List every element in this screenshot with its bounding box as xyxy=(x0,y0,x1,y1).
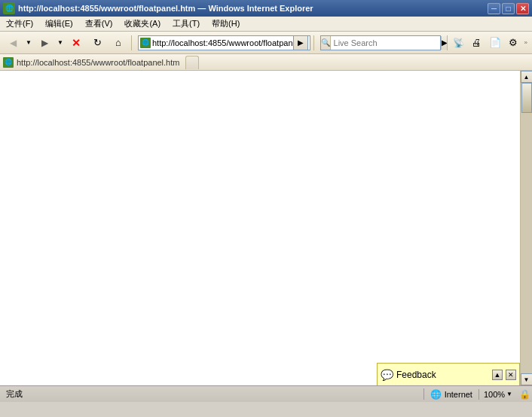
address-favicon: 🌐 xyxy=(140,38,151,48)
menu-file[interactable]: 文件(F) xyxy=(0,17,39,31)
menu-help[interactable]: 帮助(H) xyxy=(206,17,246,31)
window-title: http://localhost:4855/wwwroot/floatpanel… xyxy=(18,4,313,13)
zoom-dropdown-arrow[interactable]: ▼ xyxy=(506,391,512,397)
links-bar: 🌐 http://localhost:4855/wwwroot/floatpan… xyxy=(0,54,532,71)
print-button[interactable]: 🖨 xyxy=(469,35,485,51)
status-zoom[interactable]: 100% ▼ xyxy=(479,390,517,399)
scroll-track xyxy=(521,83,532,373)
address-input[interactable] xyxy=(152,38,293,47)
feedback-close-button[interactable]: ✕ xyxy=(506,370,516,380)
back-dropdown[interactable]: ▼ xyxy=(24,34,33,52)
close-button[interactable]: ✕ xyxy=(516,3,529,14)
menu-tools[interactable]: 工具(T) xyxy=(167,17,206,31)
feedback-panel: 💬 Feedback ▲ ✕ xyxy=(377,363,520,385)
separator-3 xyxy=(447,35,448,50)
toolbar: ◀ ▼ ▶ ▼ ✕ ↻ ⌂ 🌐 ▶ 🔍 ▶ 📡 🖨 📄 ⚙ » xyxy=(0,32,532,54)
title-bar: 🌐 http://localhost:4855/wwwroot/floatpan… xyxy=(0,0,532,17)
content-area xyxy=(0,71,520,385)
links-tab[interactable] xyxy=(185,56,199,69)
app-icon: 🌐 xyxy=(3,2,15,14)
tools-gear-button[interactable]: ⚙ xyxy=(505,35,521,51)
feedback-icon: 💬 xyxy=(381,369,393,381)
address-go-btn[interactable]: ▶ xyxy=(293,35,308,50)
rss-button[interactable]: 📡 xyxy=(451,35,467,51)
refresh-button[interactable]: ↻ xyxy=(87,34,107,52)
scroll-thumb[interactable] xyxy=(521,83,532,113)
security-icon: 🔒 xyxy=(517,386,532,403)
separator-1 xyxy=(131,35,132,50)
scroll-down-button[interactable]: ▼ xyxy=(521,373,533,385)
scroll-up-button[interactable]: ▲ xyxy=(521,71,533,83)
forward-button[interactable]: ▶ xyxy=(35,34,54,52)
back-button[interactable]: ◀ xyxy=(3,34,23,52)
feedback-label: Feedback xyxy=(396,370,489,380)
zone-label: Internet xyxy=(445,390,472,399)
status-zone: 🌐 Internet xyxy=(424,389,479,400)
feedback-minimize-button[interactable]: ▲ xyxy=(492,370,503,380)
status-bar: 完成 🌐 Internet 100% ▼ 🔒 xyxy=(0,385,532,402)
links-favicon: 🌐 xyxy=(3,57,14,68)
minimize-button[interactable]: ─ xyxy=(488,3,500,14)
forward-dropdown[interactable]: ▼ xyxy=(56,34,65,52)
internet-icon: 🌐 xyxy=(430,389,442,400)
zoom-value: 100% xyxy=(484,390,505,399)
search-container: 🔍 ▶ xyxy=(320,35,441,50)
separator-2 xyxy=(313,35,314,50)
stop-button[interactable]: ✕ xyxy=(66,34,86,52)
restore-button[interactable]: □ xyxy=(502,3,515,14)
main-area: ▲ ▼ 💬 Feedback ▲ ✕ xyxy=(0,71,532,385)
window-controls: ─ □ ✕ xyxy=(488,3,529,14)
status-text: 完成 xyxy=(0,388,424,400)
menu-view[interactable]: 查看(V) xyxy=(79,17,119,31)
extras-button[interactable]: » xyxy=(523,39,529,46)
menu-bar: 文件(F) 编辑(E) 查看(V) 收藏夹(A) 工具(T) 帮助(H) xyxy=(0,17,532,32)
address-bar: 🌐 ▶ 🔍 ▶ xyxy=(138,35,441,51)
page-button[interactable]: 📄 xyxy=(487,35,503,51)
address-field-container: 🌐 ▶ xyxy=(138,35,310,50)
search-provider-icon[interactable]: 🔍 xyxy=(321,36,331,50)
menu-favorites[interactable]: 收藏夹(A) xyxy=(118,17,167,31)
search-input[interactable] xyxy=(331,38,441,47)
home-button[interactable]: ⌂ xyxy=(109,34,128,52)
vertical-scrollbar[interactable]: ▲ ▼ xyxy=(520,71,532,385)
menu-edit[interactable]: 编辑(E) xyxy=(39,17,79,31)
links-url: http://localhost:4855/wwwroot/floatpanel… xyxy=(17,58,179,67)
